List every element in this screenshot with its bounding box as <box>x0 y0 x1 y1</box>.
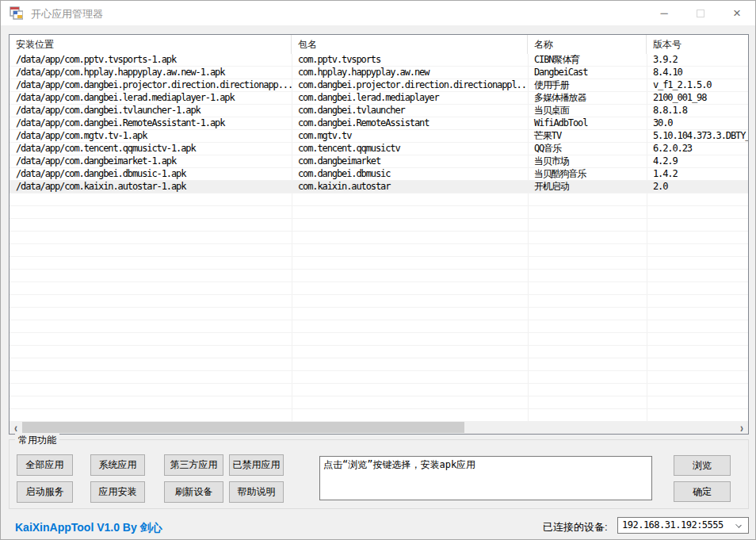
table-row[interactable]: /data/app/com.dangbei.dbmusic-1.apkcom.d… <box>10 168 748 181</box>
cell-version: 3.9.2 <box>647 54 748 66</box>
empty-rows-area <box>10 193 748 421</box>
cell-name: DangbeiCast <box>528 67 647 79</box>
table-row[interactable]: /data/app/com.dangbei.RemoteAssistant-1.… <box>10 117 748 130</box>
cell-version: 30.0 <box>647 117 748 129</box>
minimize-icon: ─ <box>660 7 667 19</box>
close-button[interactable]: × <box>719 1 755 25</box>
scroll-right-icon[interactable]: › <box>735 419 748 436</box>
cell-package: com.dangbei.lerad.mediaplayer <box>292 92 528 104</box>
cell-package: com.tencent.qqmusictv <box>292 143 528 155</box>
scrollbar-thumb[interactable] <box>22 422 464 433</box>
browse-button[interactable]: 浏览 <box>674 455 731 476</box>
cell-name: 当贝市场 <box>528 155 647 167</box>
table-row[interactable]: /data/app/com.dangbei.projector.directio… <box>10 79 748 92</box>
cell-package: com.pptv.tvsports <box>292 54 528 66</box>
cell-install-path: /data/app/com.dangbei.projector.directio… <box>10 79 292 91</box>
table-row[interactable]: /data/app/com.dangbei.tvlauncher-1.apkco… <box>10 105 748 117</box>
column-header-name[interactable]: 名称 <box>528 35 647 54</box>
system-apps-button[interactable]: 系统应用 <box>90 454 145 476</box>
cell-install-path: /data/app/com.dangbei.lerad.mediaplayer-… <box>10 92 292 104</box>
cell-name: 芒果TV <box>528 130 647 142</box>
cell-package: com.dangbei.tvlauncher <box>292 105 528 117</box>
horizontal-scrollbar[interactable]: ‹ › <box>10 421 748 434</box>
cell-version: 2.0 <box>647 181 748 193</box>
cell-version: 1.4.2 <box>647 168 748 180</box>
table-row[interactable]: /data/app/com.mgtv.tv-1.apkcom.mgtv.tv芒果… <box>10 130 748 143</box>
app-list-table: 安装位置 包名 名称 版本号 /data/app/com.pptv.tvspor… <box>9 34 749 435</box>
cell-version: 6.2.0.23 <box>647 143 748 155</box>
table-row[interactable]: /data/app/com.dangbeimarket-1.apkcom.dan… <box>10 155 748 168</box>
cell-package: com.dangbei.RemoteAssistant <box>292 117 528 129</box>
cell-name: QQ音乐 <box>528 143 647 155</box>
table-header: 安装位置 包名 名称 版本号 <box>10 35 748 54</box>
cell-version: 8.8.1.8 <box>647 105 748 117</box>
minimize-button[interactable]: ─ <box>646 1 682 25</box>
cell-version: 5.10.104.373.3.DBTY_T <box>647 130 748 142</box>
cell-install-path: /data/app/com.dangbei.tvlauncher-1.apk <box>10 105 292 117</box>
table-row[interactable]: /data/app/com.pptv.tvsports-1.apkcom.ppt… <box>10 54 748 67</box>
start-service-button[interactable]: 启动服务 <box>17 481 73 503</box>
cell-version: v_f1_2.1.5.0 <box>647 79 748 91</box>
cell-version: 2100_001_98 <box>647 92 748 104</box>
ok-button[interactable]: 确定 <box>674 481 731 502</box>
all-apps-button[interactable]: 全部应用 <box>17 454 73 476</box>
cell-install-path: /data/app/com.pptv.tvsports-1.apk <box>10 54 292 66</box>
disabled-apps-button[interactable]: 已禁用应用 <box>229 454 284 476</box>
table-row[interactable]: /data/app/com.dangbei.lerad.mediaplayer-… <box>10 92 748 105</box>
cell-name: 当贝酷狗音乐 <box>528 168 647 180</box>
cell-install-path: /data/app/com.dangbeimarket-1.apk <box>10 155 292 167</box>
window-title: 开心应用管理器 <box>31 7 103 21</box>
cell-name: 使用手册 <box>528 79 647 91</box>
refresh-device-button[interactable]: 刷新设备 <box>164 481 223 503</box>
help-button[interactable]: 帮助说明 <box>229 481 284 503</box>
table-row[interactable]: /data/app/com.hpplay.happyplay.aw.new-1.… <box>10 67 748 79</box>
apk-path-textbox[interactable]: 点击“浏览”按键选择，安装apk应用 <box>319 456 652 500</box>
table-row[interactable]: /data/app/com.kaixin.autostar-1.apkcom.k… <box>10 181 748 193</box>
cell-install-path: /data/app/com.tencent.qqmusictv-1.apk <box>10 143 292 155</box>
cell-package: com.dangbei.projector.direction.directio… <box>292 79 528 91</box>
close-icon: × <box>733 6 741 21</box>
groupbox-title: 常用功能 <box>15 434 59 447</box>
maximize-icon <box>697 10 704 17</box>
device-select-value: 192.168.31.192:5555 <box>622 519 724 530</box>
cell-package: com.dangbei.dbmusic <box>292 168 528 180</box>
cell-install-path: /data/app/com.hpplay.happyplay.aw.new-1.… <box>10 67 292 79</box>
device-select[interactable]: 192.168.31.192:5555 <box>617 517 749 534</box>
cell-package: com.kaixin.autostar <box>292 181 528 193</box>
cell-name: WifiAdbTool <box>528 117 647 129</box>
cell-install-path: /data/app/com.dangbei.RemoteAssistant-1.… <box>10 117 292 129</box>
app-icon <box>10 6 23 20</box>
table-body: /data/app/com.pptv.tvsports-1.apkcom.ppt… <box>10 54 748 421</box>
cell-install-path: /data/app/com.mgtv.tv-1.apk <box>10 130 292 142</box>
cell-package: com.dangbeimarket <box>292 155 528 167</box>
cell-version: 4.2.9 <box>647 155 748 167</box>
cell-version: 8.4.10 <box>647 67 748 79</box>
table-row[interactable]: /data/app/com.tencent.qqmusictv-1.apkcom… <box>10 143 748 155</box>
cell-name: 开机启动 <box>528 181 647 193</box>
column-header-version[interactable]: 版本号 <box>647 35 748 54</box>
maximize-button[interactable] <box>682 1 719 25</box>
cell-install-path: /data/app/com.dangbei.dbmusic-1.apk <box>10 168 292 180</box>
column-header-install-path[interactable]: 安装位置 <box>10 35 292 54</box>
app-credit-text: KaiXinAppTool V1.0 By 剑心 <box>15 521 162 535</box>
cell-package: com.hpplay.happyplay.aw.new <box>292 67 528 79</box>
column-header-package[interactable]: 包名 <box>292 35 528 54</box>
third-party-apps-button[interactable]: 第三方应用 <box>164 454 223 476</box>
titlebar: 开心应用管理器 ─ × <box>1 1 755 25</box>
connected-device-label: 已连接的设备: <box>543 520 608 534</box>
cell-name: CIBN聚体育 <box>528 54 647 66</box>
cell-name: 多媒体播放器 <box>528 92 647 104</box>
install-app-button[interactable]: 应用安装 <box>90 481 145 503</box>
cell-name: 当贝桌面 <box>528 105 647 117</box>
cell-install-path: /data/app/com.kaixin.autostar-1.apk <box>10 181 292 193</box>
app-window: { "window": { "title": "开心应用管理器", "contr… <box>0 0 756 540</box>
chevron-down-icon <box>735 522 742 528</box>
cell-package: com.mgtv.tv <box>292 130 528 142</box>
